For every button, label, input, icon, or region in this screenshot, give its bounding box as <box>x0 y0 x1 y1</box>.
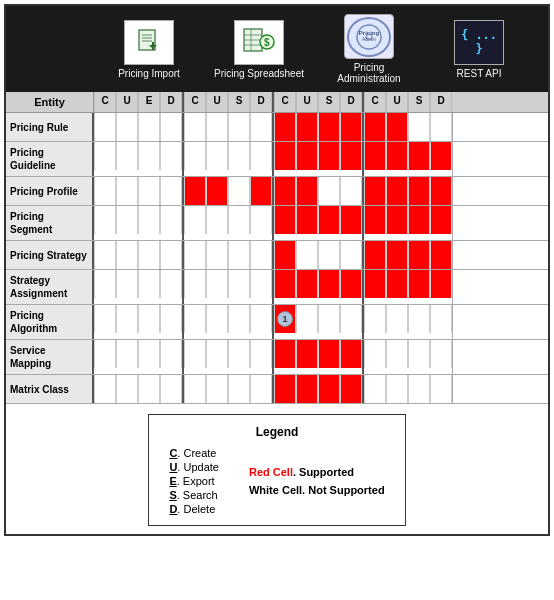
matrix-cell <box>296 375 318 403</box>
matrix-cell <box>430 305 452 333</box>
pricing-import-icon-cell[interactable]: Pricing Import <box>94 16 204 83</box>
legend-colors: Red Cell. Supported White Cell. Not Supp… <box>249 447 385 515</box>
matrix-cell <box>296 270 318 298</box>
matrix-cell <box>160 113 182 141</box>
matrix-cell <box>364 142 386 170</box>
matrix-cell <box>184 177 206 205</box>
legend-box: Legend C. Create U. Update E. Export S. … <box>148 414 405 526</box>
matrix-cell <box>430 206 452 234</box>
matrix-cell <box>386 113 408 141</box>
matrix-cell <box>274 375 296 403</box>
table-row: Pricing Strategy <box>6 241 548 270</box>
cell-group-3 <box>364 177 453 205</box>
matrix-cell <box>250 177 272 205</box>
matrix-cell <box>206 270 228 298</box>
legend-keys: C. Create U. Update E. Export S. Search … <box>169 447 219 515</box>
col-group-2: C U S D <box>184 92 274 112</box>
matrix-cell <box>340 113 362 141</box>
col-u1: U <box>116 92 138 112</box>
pricing-spreadsheet-icon-cell[interactable]: $ Pricing Spreadsheet <box>204 16 314 83</box>
pricing-admin-icon-cell[interactable]: Pricing Admin Pricing Administration <box>314 10 424 88</box>
row-label: Pricing Profile <box>6 177 94 205</box>
cell-badge: 1 <box>277 311 293 327</box>
matrix-cell <box>138 177 160 205</box>
matrix-cell <box>184 142 206 170</box>
matrix-cell <box>340 305 362 333</box>
cell-group-0 <box>94 340 184 374</box>
matrix-cell <box>184 340 206 368</box>
pricing-admin-icon: Pricing Admin <box>344 14 394 59</box>
matrix-cell <box>274 142 296 170</box>
matrix-cell <box>206 241 228 269</box>
legend-area: Legend C. Create U. Update E. Export S. … <box>6 404 548 534</box>
matrix-cell <box>138 305 160 333</box>
matrix-cell <box>116 177 138 205</box>
cell-group-3 <box>364 305 453 339</box>
cell-group-3 <box>364 206 453 240</box>
matrix-cell <box>340 270 362 298</box>
cell-group-2 <box>274 241 364 269</box>
matrix-cell <box>116 241 138 269</box>
matrix-cell <box>228 142 250 170</box>
matrix-cell <box>250 142 272 170</box>
cell-group-1 <box>184 340 274 374</box>
table-row: Pricing Algorithm1 <box>6 305 548 340</box>
cell-group-0 <box>94 113 184 141</box>
cell-group-1 <box>184 375 274 403</box>
matrix-cell <box>408 142 430 170</box>
matrix-cell <box>138 340 160 368</box>
matrix-cell <box>138 375 160 403</box>
matrix-cell <box>94 142 116 170</box>
pricing-import-icon <box>124 20 174 65</box>
matrix-cell <box>250 206 272 234</box>
matrix-cell <box>296 113 318 141</box>
matrix-cell <box>364 241 386 269</box>
legend-title: Legend <box>169 425 384 439</box>
matrix-cell <box>138 142 160 170</box>
cell-group-3 <box>364 270 453 304</box>
cell-group-2: 1 <box>274 305 364 339</box>
table-row: Strategy Assignment <box>6 270 548 305</box>
legend-search: S. Search <box>169 489 219 501</box>
matrix-cell <box>386 177 408 205</box>
svg-text:Admin: Admin <box>362 36 376 42</box>
cell-group-2 <box>274 375 364 403</box>
cell-group-3 <box>364 375 453 403</box>
matrix-cell <box>228 340 250 368</box>
matrix-cell <box>160 305 182 333</box>
matrix-cell <box>364 305 386 333</box>
matrix-cell <box>250 305 272 333</box>
matrix-cell <box>408 113 430 141</box>
col-d4: D <box>430 92 452 112</box>
row-label: Pricing Segment <box>6 206 94 240</box>
matrix-cell <box>94 305 116 333</box>
col-s4: S <box>408 92 430 112</box>
matrix-cell <box>228 113 250 141</box>
matrix-cell <box>318 375 340 403</box>
matrix-cell <box>160 142 182 170</box>
matrix-cell <box>340 142 362 170</box>
matrix-cell <box>274 113 296 141</box>
rest-api-icon-cell[interactable]: { ... } REST API <box>424 16 534 83</box>
table-row: Pricing Segment <box>6 206 548 241</box>
matrix-cell <box>318 142 340 170</box>
entity-header: Entity <box>6 92 94 112</box>
matrix-cell <box>408 177 430 205</box>
matrix-cell <box>430 177 452 205</box>
legend-white-cell: White Cell. Not Supported <box>249 484 385 496</box>
cell-group-2 <box>274 142 364 176</box>
matrix-cell <box>160 375 182 403</box>
row-label: Service Mapping <box>6 340 94 374</box>
matrix-cell <box>184 305 206 333</box>
matrix-cell <box>318 177 340 205</box>
matrix-cell <box>408 340 430 368</box>
col-group-3: C U S D <box>274 92 364 112</box>
matrix-cell <box>138 113 160 141</box>
col-s2: S <box>228 92 250 112</box>
cell-group-0 <box>94 375 184 403</box>
col-group-1: C U E D <box>94 92 184 112</box>
matrix-cell <box>250 270 272 298</box>
matrix-cell <box>408 241 430 269</box>
matrix-cell <box>138 241 160 269</box>
table-row: Pricing Guideline <box>6 142 548 177</box>
